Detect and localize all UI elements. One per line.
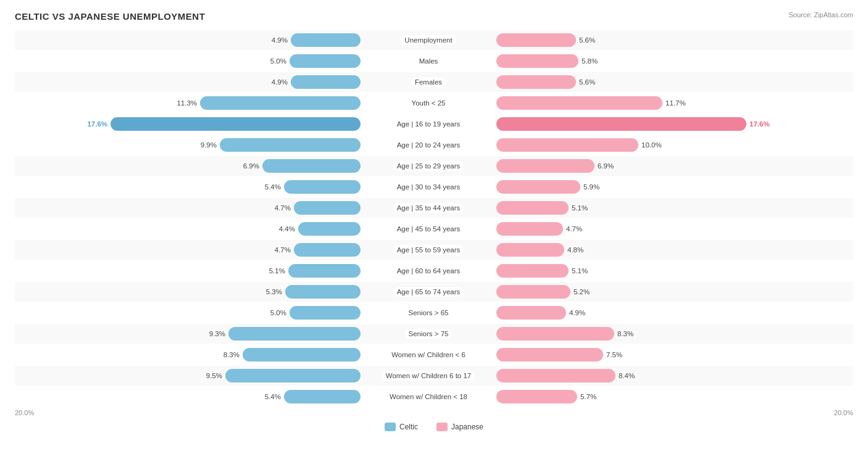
celtic-bar <box>291 33 361 47</box>
bar-left-wrap: 4.9% <box>15 75 361 89</box>
celtic-value: 4.7% <box>269 246 291 254</box>
legend-swatch-celtic <box>385 423 396 431</box>
label-section: Age | 55 to 59 years <box>361 245 496 255</box>
bar-right-wrap: 4.7% <box>496 222 842 236</box>
legend-swatch-japanese <box>436 423 448 431</box>
right-section: 10.0% <box>496 138 842 152</box>
right-section: 5.7% <box>496 390 842 403</box>
label-section: Youth < 25 <box>361 98 496 108</box>
bar-row: 5.0%Seniors > 654.9% <box>15 303 853 323</box>
celtic-value: 11.3% <box>175 99 197 107</box>
bar-left-wrap: 4.7% <box>15 201 361 215</box>
label-section: Age | 35 to 44 years <box>361 203 496 213</box>
bar-row: 8.3%Women w/ Children < 67.5% <box>15 345 853 365</box>
left-section: 5.4% <box>15 180 361 194</box>
bar-row: 5.4%Women w/ Children < 185.7% <box>15 387 853 407</box>
celtic-bar <box>243 348 361 362</box>
right-section: 5.8% <box>496 54 842 68</box>
bar-right-wrap: 5.7% <box>496 390 842 403</box>
celtic-bar <box>200 96 361 110</box>
label-section: Age | 20 to 24 years <box>361 140 496 150</box>
bar-right-wrap: 5.9% <box>496 180 842 194</box>
celtic-bar <box>220 138 361 152</box>
chart-container: CELTIC VS JAPANESE UNEMPLOYMENT Source: … <box>0 0 868 444</box>
bar-left-wrap: 4.4% <box>15 222 361 236</box>
left-section: 6.9% <box>15 159 361 173</box>
label-section: Age | 25 to 29 years <box>361 161 496 171</box>
right-section: 11.7% <box>496 96 842 110</box>
chart-body: 4.9%Unemployment5.6%5.0%Males5.8%4.9%Fem… <box>15 30 853 407</box>
bar-left-wrap: 9.3% <box>15 327 361 341</box>
bar-row: 11.3%Youth < 2511.7% <box>15 93 853 113</box>
left-section: 9.5% <box>15 369 361 382</box>
celtic-bar <box>285 285 361 299</box>
legend-item-celtic: Celtic <box>385 423 418 431</box>
right-section: 7.5% <box>496 348 842 362</box>
bar-right-wrap: 5.6% <box>496 75 842 89</box>
celtic-bar <box>290 54 361 68</box>
right-section: 5.9% <box>496 180 842 194</box>
left-section: 9.9% <box>15 138 361 152</box>
japanese-value: 7.5% <box>606 351 628 358</box>
bar-right-wrap: 8.3% <box>496 327 842 341</box>
right-section: 5.6% <box>496 33 842 47</box>
label-section: Women w/ Children < 6 <box>361 350 496 360</box>
bar-row: 4.7%Age | 55 to 59 years4.8% <box>15 240 853 260</box>
bar-label: Age | 30 to 34 years <box>393 182 464 192</box>
bar-right-wrap: 17.6% <box>496 117 842 131</box>
label-section: Women w/ Children < 18 <box>361 392 496 402</box>
bar-left-wrap: 5.4% <box>15 390 361 403</box>
bar-row: 4.4%Age | 45 to 54 years4.7% <box>15 219 853 239</box>
bar-right-wrap: 5.6% <box>496 33 842 47</box>
japanese-bar <box>496 243 564 257</box>
japanese-value: 5.8% <box>582 57 604 65</box>
japanese-bar <box>496 159 595 173</box>
right-section: 5.6% <box>496 75 842 89</box>
bar-label: Age | 16 to 19 years <box>393 119 464 129</box>
japanese-bar <box>496 117 746 131</box>
japanese-bar <box>496 285 570 299</box>
left-section: 4.9% <box>15 33 361 47</box>
celtic-bar <box>284 390 361 403</box>
legend-label-japanese: Japanese <box>451 423 483 431</box>
japanese-value: 17.6% <box>749 120 772 128</box>
left-section: 9.3% <box>15 327 361 341</box>
bar-label: Age | 45 to 54 years <box>393 224 464 234</box>
japanese-value: 10.0% <box>641 141 664 149</box>
bar-right-wrap: 4.9% <box>496 306 842 320</box>
celtic-value: 4.7% <box>269 204 291 212</box>
celtic-bar <box>294 243 361 257</box>
celtic-value: 5.1% <box>263 267 285 275</box>
bar-label: Youth < 25 <box>408 98 449 108</box>
celtic-value: 6.9% <box>237 162 259 170</box>
label-section: Age | 60 to 64 years <box>361 266 496 276</box>
bar-left-wrap: 9.5% <box>15 369 361 382</box>
japanese-value: 5.9% <box>583 183 606 191</box>
celtic-bar <box>262 159 361 173</box>
bar-right-wrap: 7.5% <box>496 348 842 362</box>
japanese-bar <box>496 264 569 278</box>
japanese-value: 5.1% <box>572 204 594 212</box>
celtic-value: 5.4% <box>259 393 281 400</box>
bar-row: 5.3%Age | 65 to 74 years5.2% <box>15 282 853 302</box>
bar-left-wrap: 4.7% <box>15 243 361 257</box>
bar-label: Age | 20 to 24 years <box>393 140 464 150</box>
legend-item-japanese: Japanese <box>436 423 483 431</box>
celtic-bar <box>290 306 361 320</box>
left-section: 4.7% <box>15 201 361 215</box>
celtic-value: 5.0% <box>264 57 286 65</box>
japanese-bar <box>496 369 616 382</box>
japanese-value: 11.7% <box>666 99 688 107</box>
japanese-bar <box>496 222 563 236</box>
right-section: 4.8% <box>496 243 842 257</box>
chart-source: Source: ZipAtlas.com <box>788 11 853 19</box>
bar-label: Seniors > 75 <box>405 329 453 339</box>
bar-label: Females <box>411 77 446 87</box>
celtic-bar <box>225 369 361 382</box>
right-section: 4.9% <box>496 306 842 320</box>
legend-label-celtic: Celtic <box>399 423 418 431</box>
bar-right-wrap: 8.4% <box>496 369 842 382</box>
bar-label: Males <box>415 56 442 66</box>
bar-label: Unemployment <box>401 35 456 45</box>
bar-right-wrap: 4.8% <box>496 243 842 257</box>
